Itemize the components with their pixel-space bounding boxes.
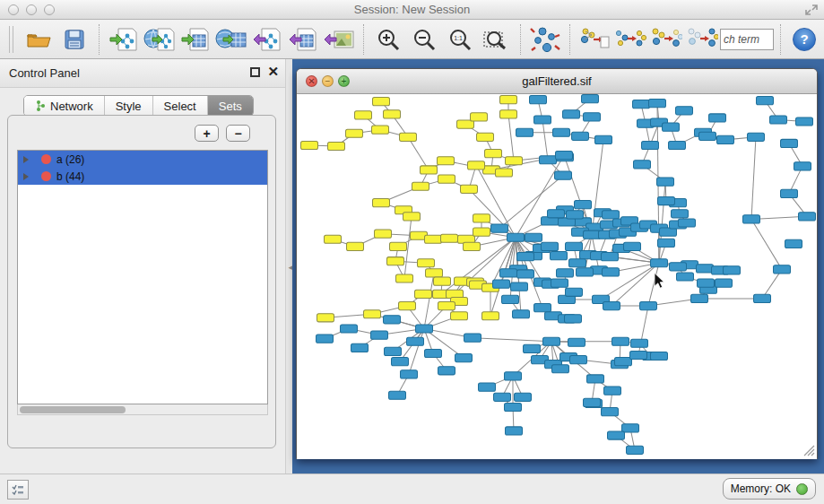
graph-node-set-b[interactable] — [317, 335, 334, 343]
graph-node-set-b[interactable] — [582, 95, 599, 103]
graph-node-set-a[interactable] — [434, 277, 451, 285]
graph-node-set-a[interactable] — [418, 259, 435, 267]
graph-node-set-a[interactable] — [500, 96, 517, 104]
zoom-in-button[interactable] — [370, 22, 406, 56]
graph-node-set-b[interactable] — [584, 113, 601, 121]
graph-node-set-a[interactable] — [412, 182, 429, 190]
graph-node-set-b[interactable] — [506, 427, 523, 435]
export-network-button[interactable] — [249, 22, 285, 56]
graph-node-set-b[interactable] — [649, 100, 666, 108]
graph-node-set-b[interactable] — [770, 116, 787, 124]
frame-minimize-icon[interactable]: − — [322, 75, 334, 87]
graph-node-set-a[interactable] — [464, 242, 481, 250]
graph-node-set-b[interactable] — [500, 269, 517, 277]
graph-node-set-b[interactable] — [540, 156, 557, 164]
graph-node-set-a[interactable] — [375, 230, 392, 238]
zoom-fit-button[interactable] — [478, 22, 514, 56]
graph-node-set-a[interactable] — [506, 157, 523, 165]
panel-divider[interactable]: ◄ — [285, 59, 292, 474]
tab-select[interactable]: Select — [153, 96, 208, 116]
graph-node-set-b[interactable] — [781, 139, 798, 147]
graph-node-set-a[interactable] — [301, 141, 318, 149]
graph-node-set-b[interactable] — [634, 161, 651, 169]
graph-node-set-a[interactable] — [438, 301, 455, 309]
graph-node-set-b[interactable] — [569, 259, 586, 267]
graph-node-set-b[interactable] — [552, 365, 569, 373]
graph-node-set-a[interactable] — [415, 290, 432, 298]
apply-layout-button[interactable] — [527, 22, 563, 56]
float-panel-icon[interactable] — [250, 67, 260, 77]
graph-node-set-a[interactable] — [373, 98, 390, 106]
graph-node-set-b[interactable] — [502, 295, 519, 303]
graph-node-set-b[interactable] — [658, 196, 675, 204]
graph-node-set-a[interactable] — [328, 142, 345, 150]
graph-node-set-b[interactable] — [794, 162, 811, 170]
graph-node-set-a[interactable] — [384, 110, 401, 118]
graph-node-set-b[interactable] — [438, 367, 455, 375]
graph-node-set-b[interactable] — [603, 268, 620, 276]
graph-node-set-b[interactable] — [612, 337, 629, 345]
graph-node-set-b[interactable] — [642, 141, 659, 149]
first-neighbors-button[interactable] — [577, 22, 612, 56]
graph-node-set-b[interactable] — [563, 110, 580, 118]
graph-node-set-b[interactable] — [507, 233, 525, 241]
graph-node-set-a[interactable] — [485, 150, 502, 158]
graph-node-set-b[interactable] — [757, 97, 774, 105]
graph-node-set-b[interactable] — [699, 132, 716, 140]
set-list-item[interactable]: b (44) — [18, 168, 267, 185]
graph-node-set-a[interactable] — [426, 269, 443, 277]
maximize-window-button[interactable] — [44, 4, 55, 15]
graph-node-set-b[interactable] — [494, 393, 511, 401]
graph-node-set-b[interactable] — [513, 310, 530, 318]
graph-node-set-b[interactable] — [551, 252, 568, 260]
graph-node-set-b[interactable] — [584, 398, 601, 406]
graph-node-set-b[interactable] — [630, 351, 647, 359]
graph-node-set-b[interactable] — [555, 171, 572, 179]
graph-node-set-b[interactable] — [525, 233, 542, 241]
graph-node-set-b[interactable] — [709, 114, 726, 122]
tab-style[interactable]: Style — [105, 96, 153, 116]
graph-node-set-b[interactable] — [371, 331, 388, 339]
graph-node-set-a[interactable] — [438, 175, 455, 183]
fullscreen-icon[interactable] — [804, 3, 819, 17]
network-canvas[interactable] — [297, 94, 817, 459]
graph-node-set-b[interactable] — [568, 338, 585, 346]
graph-node-set-a[interactable] — [421, 166, 438, 174]
graph-node-set-b[interactable] — [698, 279, 715, 287]
help-button[interactable]: ? — [793, 28, 816, 51]
graph-node-set-b[interactable] — [603, 211, 620, 219]
graph-node-set-b[interactable] — [658, 239, 675, 247]
graph-node-set-b[interactable] — [781, 189, 798, 197]
frame-maximize-icon[interactable]: + — [338, 75, 350, 87]
graph-node-set-b[interactable] — [679, 219, 696, 227]
tab-sets[interactable]: Sets — [208, 96, 253, 116]
graph-node-set-b[interactable] — [640, 301, 657, 309]
graph-node-set-b[interactable] — [669, 141, 686, 149]
graph-node-set-b[interactable] — [785, 239, 802, 248]
graph-node-set-b[interactable] — [556, 152, 573, 160]
graph-node-set-b[interactable] — [572, 132, 589, 140]
graph-node-set-b[interactable] — [631, 339, 648, 347]
graph-node-set-b[interactable] — [565, 315, 582, 323]
graph-node-set-b[interactable] — [570, 356, 587, 364]
graph-node-set-a[interactable] — [473, 228, 490, 236]
graph-node-set-b[interactable] — [416, 325, 433, 333]
graph-node-set-b[interactable] — [577, 268, 594, 276]
graph-node-set-b[interactable] — [548, 210, 565, 218]
graph-node-set-b[interactable] — [566, 242, 583, 250]
set-list-item[interactable]: a (26) — [18, 151, 267, 168]
graph-node-set-a[interactable] — [451, 312, 468, 320]
graph-node-set-b[interactable] — [672, 210, 689, 218]
graph-node-set-a[interactable] — [317, 314, 334, 322]
graph-node-set-a[interactable] — [364, 310, 381, 318]
graph-node-set-b[interactable] — [389, 391, 406, 399]
graph-node-set-b[interactable] — [551, 279, 568, 287]
graph-node-set-b[interactable] — [748, 133, 765, 141]
graph-node-set-a[interactable] — [496, 169, 513, 177]
graph-node-set-a[interactable] — [346, 129, 363, 137]
graph-node-set-a[interactable] — [468, 161, 485, 169]
graph-node-set-b[interactable] — [425, 349, 442, 357]
graph-node-set-b[interactable] — [587, 375, 604, 383]
network-frame[interactable]: ✕ − + galFiltered.sif — [296, 68, 818, 459]
graph-node-set-b[interactable] — [697, 265, 714, 273]
